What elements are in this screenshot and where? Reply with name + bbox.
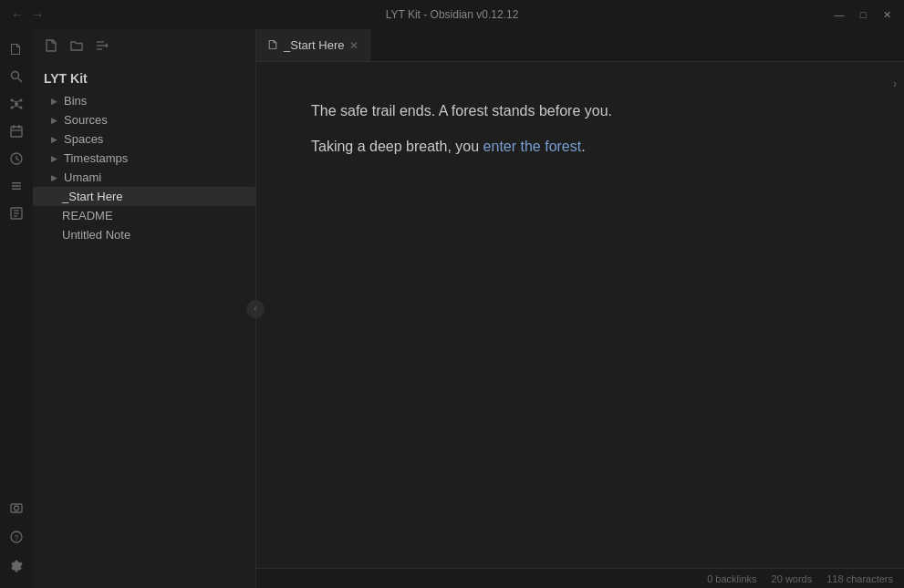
window-title: LYT Kit - Obsidian v0.12.12 [386, 8, 519, 21]
editor-line-2-after: . [581, 139, 585, 154]
tree-item-label: Spaces [64, 132, 248, 146]
editor-line-2: Taking a deep breath, you enter the fore… [311, 134, 849, 159]
clock-icon[interactable] [4, 146, 29, 171]
status-bar: 0 backlinks 20 words 118 characters [256, 568, 904, 588]
svg-point-26 [15, 506, 19, 511]
arrow-icon: ▶ [47, 133, 60, 146]
status-characters[interactable]: 118 characters [826, 573, 893, 584]
tree-item-label: Timestamps [64, 151, 248, 165]
tab-close-btn[interactable]: ✕ [349, 39, 358, 52]
svg-point-2 [15, 102, 18, 106]
tag-icon[interactable] [4, 201, 29, 226]
tab-bar: _Start Here ✕ [256, 29, 904, 62]
svg-line-17 [16, 159, 19, 160]
maximize-btn[interactable]: □ [857, 9, 869, 20]
back-btn[interactable]: ← [11, 7, 24, 22]
vault-title[interactable]: LYT Kit [33, 66, 255, 91]
svg-rect-11 [11, 127, 22, 137]
sidebar-collapse-btn[interactable]: ‹ [246, 300, 265, 318]
forward-btn[interactable]: → [31, 7, 44, 22]
svg-rect-25 [11, 504, 22, 512]
tree-item-label: _Start Here [62, 190, 248, 203]
close-btn[interactable]: ✕ [880, 9, 893, 21]
svg-rect-18 [12, 182, 21, 184]
svg-rect-19 [12, 185, 21, 187]
status-words[interactable]: 20 words [772, 573, 813, 584]
tree-item-label: Untitled Note [62, 228, 248, 242]
calendar-icon[interactable] [4, 119, 29, 144]
arrow-icon: ▶ [47, 152, 60, 165]
svg-text:?: ? [15, 533, 19, 542]
layers-icon[interactable] [4, 173, 29, 199]
arrow-icon: ▶ [47, 95, 60, 108]
graph-icon[interactable] [4, 91, 29, 117]
settings-icon[interactable] [4, 553, 29, 579]
help-icon[interactable]: ? [4, 524, 29, 550]
editor-area[interactable]: The safe trail ends. A forest stands bef… [256, 62, 904, 568]
tree-item-spaces[interactable]: ▶ Spaces [33, 129, 255, 149]
tree-item-label: Bins [64, 94, 248, 108]
minimize-btn[interactable]: — [833, 9, 846, 20]
sidebar-content: LYT Kit ▶ Bins ▶ Sources ▶ Spaces ▶ Time… [33, 62, 255, 588]
editor-line-2-before: Taking a deep breath, you [311, 139, 483, 154]
svg-rect-20 [12, 188, 21, 190]
tree-item-untitled[interactable]: Untitled Note [33, 225, 255, 244]
tree-item-sources[interactable]: ▶ Sources [33, 110, 255, 129]
tab-file-icon [267, 39, 278, 52]
editor-content: The safe trail ends. A forest stands bef… [311, 98, 849, 159]
arrow-icon: ▶ [47, 114, 60, 127]
tree-item-readme[interactable]: README [33, 206, 255, 225]
status-backlinks[interactable]: 0 backlinks [707, 573, 756, 584]
sidebar-toolbar [33, 29, 255, 62]
sort-button[interactable] [91, 35, 113, 57]
tree-item-umami[interactable]: ▶ Umami [33, 168, 255, 187]
tree-item-label: Umami [64, 170, 248, 184]
svg-line-1 [18, 78, 22, 82]
tree-item-label: Sources [64, 113, 248, 127]
editor-line-1: The safe trail ends. A forest stands bef… [311, 98, 849, 123]
tree-item-bins[interactable]: ▶ Bins [33, 91, 255, 110]
sidebar: LYT Kit ▶ Bins ▶ Sources ▶ Spaces ▶ Time… [33, 29, 256, 588]
right-panel-collapse-btn[interactable]: › [886, 66, 904, 102]
camera-icon[interactable] [4, 495, 29, 521]
app-body: ? [0, 29, 904, 588]
main-area: _Start Here ✕ The safe trail ends. A for… [256, 29, 904, 588]
new-folder-button[interactable] [66, 35, 88, 57]
title-bar: ← → LYT Kit - Obsidian v0.12.12 — □ ✕ [0, 0, 904, 29]
tree-item-label: README [62, 209, 248, 222]
active-tab[interactable]: _Start Here ✕ [256, 29, 370, 61]
tree-item-timestamps[interactable]: ▶ Timestamps [33, 149, 255, 168]
icon-ribbon: ? [0, 29, 33, 588]
arrow-icon: ▶ [47, 171, 60, 184]
tab-label: _Start Here [284, 38, 344, 52]
svg-point-0 [12, 72, 19, 79]
title-bar-controls: — □ ✕ [833, 9, 893, 21]
editor-link[interactable]: enter the forest [483, 139, 582, 154]
new-note-button[interactable] [40, 35, 62, 57]
tree-item-start-here[interactable]: _Start Here [33, 187, 255, 206]
ribbon-bottom: ? [4, 495, 29, 588]
files-icon[interactable] [4, 36, 29, 62]
search-icon[interactable] [4, 64, 29, 89]
title-bar-left: ← → [11, 7, 44, 22]
